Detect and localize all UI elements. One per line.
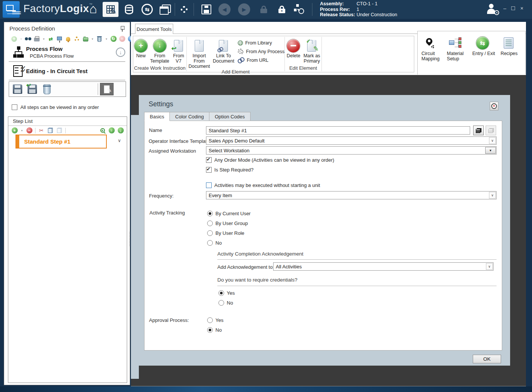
edit-document-icon[interactable]: ✎ bbox=[100, 83, 114, 95]
circuit-mapping-icon bbox=[425, 38, 434, 48]
step-list-toolbar: + ▾ − ✂ + ↑ ↓ bbox=[11, 127, 124, 134]
workstation-combobox[interactable]: Select Workstation▼ bbox=[206, 146, 497, 155]
add-step-caret-icon[interactable]: ▾ bbox=[20, 127, 23, 134]
tracking-by-user-group-radio[interactable] bbox=[207, 220, 213, 226]
home-icon[interactable]: ⌂ bbox=[85, 2, 101, 17]
swap-process-icon[interactable]: ⇄ bbox=[48, 36, 54, 42]
workstation-icon[interactable] bbox=[56, 36, 63, 42]
activity-tracking-label: Activity Tracking bbox=[149, 210, 185, 216]
data-exchange-icon[interactable]: ⇆ bbox=[139, 2, 155, 17]
unlock-icon[interactable] bbox=[256, 2, 272, 17]
activities-without-unit-label: Activities may be executed without start… bbox=[214, 182, 320, 188]
back-icon[interactable]: ◀ bbox=[217, 2, 232, 17]
ack-label: Add Acknowledgement to: bbox=[217, 264, 274, 270]
print-icon[interactable] bbox=[34, 36, 40, 42]
process-definition-icon[interactable]: ✎ bbox=[103, 2, 118, 17]
alert-bell-icon[interactable] bbox=[65, 36, 71, 42]
cut-icon[interactable]: ✂ bbox=[38, 127, 45, 134]
approval-no-radio[interactable] bbox=[207, 327, 213, 333]
add-caret-icon[interactable]: ▾ bbox=[20, 36, 23, 42]
name-input[interactable] bbox=[206, 126, 470, 135]
group-edit-element: Delete ✓✎ Mark as Primary Edit Element bbox=[285, 36, 321, 72]
group-create-work-instruction: + New ↓ From Template ↩ From V7 Create W… bbox=[133, 36, 186, 72]
step-expander-icon[interactable]: ∨ bbox=[118, 138, 121, 143]
save-step-icon[interactable] bbox=[11, 83, 24, 95]
new-button[interactable]: + New bbox=[134, 38, 148, 58]
frequency-combobox[interactable]: Every Item∨ bbox=[206, 191, 497, 199]
tab-basics[interactable]: Basics bbox=[144, 112, 170, 121]
close-button[interactable]: × bbox=[518, 5, 526, 11]
move-down-icon[interactable]: ↓ bbox=[117, 127, 124, 134]
export-folder-icon[interactable] bbox=[82, 36, 89, 42]
ok-button[interactable]: OK bbox=[473, 355, 501, 363]
remove-step-icon[interactable]: − bbox=[26, 127, 32, 134]
print-caret-icon[interactable]: ▾ bbox=[42, 36, 45, 42]
paste-icon[interactable] bbox=[56, 127, 63, 134]
delete-caret-icon[interactable]: ▾ bbox=[105, 36, 108, 42]
tab-option-codes[interactable]: Option Codes bbox=[209, 112, 251, 121]
entry-exit-button[interactable]: ⇆ Entry / Exit bbox=[472, 35, 498, 75]
materials-database-icon[interactable] bbox=[121, 2, 137, 17]
mark-as-primary-button[interactable]: ✓✎ Mark as Primary bbox=[303, 38, 320, 64]
documents-icon[interactable] bbox=[157, 2, 173, 17]
recipes-button[interactable]: Recipes bbox=[501, 35, 523, 75]
tracking-no-radio[interactable] bbox=[207, 240, 213, 246]
expand-down-icon[interactable]: ↓ bbox=[116, 47, 125, 57]
toolbar-separator bbox=[98, 83, 98, 95]
material-setup-button[interactable]: Material Setup bbox=[447, 35, 469, 75]
add-step-icon[interactable]: + bbox=[11, 127, 18, 134]
export-caret-icon[interactable]: ▾ bbox=[91, 36, 94, 42]
process-flow-row[interactable]: Process Flow PCBA Process Flow ↓ bbox=[4, 46, 130, 61]
add-icon[interactable]: + bbox=[11, 36, 17, 42]
search-icon[interactable] bbox=[25, 36, 31, 42]
from-v7-button[interactable]: ↩ From V7 bbox=[172, 38, 185, 64]
save-icon[interactable] bbox=[198, 2, 214, 17]
tracking-by-user-role-radio[interactable] bbox=[207, 230, 213, 236]
credentials-no-radio[interactable] bbox=[218, 300, 224, 306]
refresh-icon[interactable]: ↻ bbox=[110, 36, 117, 42]
save-import-icon[interactable]: ↩ bbox=[26, 83, 38, 95]
template-picker-button[interactable] bbox=[473, 126, 484, 135]
is-step-required-checkbox[interactable] bbox=[206, 167, 212, 173]
from-template-button[interactable]: ↓ From Template bbox=[150, 38, 169, 64]
find-process-icon[interactable] bbox=[291, 2, 307, 17]
panel-splitter[interactable] bbox=[129, 232, 131, 246]
from-url-button[interactable]: From URL bbox=[238, 57, 284, 64]
lock-close-icon[interactable]: × bbox=[274, 2, 290, 17]
maximize-button[interactable]: ☐ bbox=[509, 5, 517, 11]
from-any-process-button[interactable]: From Any Process bbox=[238, 48, 284, 55]
from-url-icon bbox=[238, 57, 244, 63]
tab-document-tools[interactable]: Document Tools bbox=[135, 24, 173, 34]
delete-step-icon[interactable] bbox=[40, 83, 53, 95]
import-from-document-button[interactable]: Import From Document bbox=[188, 38, 211, 69]
credentials-yes-radio[interactable] bbox=[218, 290, 224, 296]
dialog-close-button[interactable]: × bbox=[490, 102, 498, 110]
settings-gear-icon[interactable] bbox=[176, 2, 192, 17]
any-order-checkbox[interactable] bbox=[12, 104, 17, 110]
forward-icon[interactable]: ▶ bbox=[236, 2, 252, 17]
tab-color-coding[interactable]: Color Coding bbox=[170, 112, 209, 121]
tracking-by-current-user-radio[interactable] bbox=[207, 211, 213, 216]
link-to-document-button[interactable]: Link To Document bbox=[213, 38, 234, 64]
process-settings-gear-icon[interactable] bbox=[74, 36, 80, 42]
panel-title: Process Definition bbox=[9, 25, 55, 32]
sign-out-user-icon[interactable]: × bbox=[486, 4, 499, 15]
from-library-button[interactable]: From Library bbox=[238, 39, 284, 46]
pin-icon[interactable] bbox=[120, 26, 125, 32]
minimize-button[interactable]: – bbox=[501, 5, 509, 11]
copy-icon[interactable] bbox=[47, 127, 54, 134]
activities-without-unit-checkbox[interactable] bbox=[206, 182, 212, 188]
circuit-mapping-button[interactable]: Circuit Mapping bbox=[421, 35, 444, 75]
move-up-icon[interactable]: ↑ bbox=[108, 127, 115, 134]
approval-yes-radio[interactable] bbox=[207, 317, 213, 323]
any-order-mode-checkbox[interactable] bbox=[206, 157, 212, 163]
step-list-item[interactable]: Standard Step #1 bbox=[15, 135, 107, 149]
panel-toolbar: + ▾ ▾ ⇄ ▾ ▾ ↻ − ‖ bbox=[11, 35, 134, 43]
remove-icon[interactable]: − bbox=[119, 36, 125, 42]
delete-process-icon[interactable] bbox=[96, 36, 103, 42]
ack-combobox[interactable]: All Activities∨ bbox=[273, 262, 494, 271]
zoom-step-icon[interactable]: + bbox=[99, 127, 106, 134]
divider bbox=[8, 126, 127, 126]
oit-combobox[interactable]: Sales Apps Demo Default∨ bbox=[206, 136, 497, 145]
delete-element-button[interactable]: Delete bbox=[286, 38, 301, 58]
